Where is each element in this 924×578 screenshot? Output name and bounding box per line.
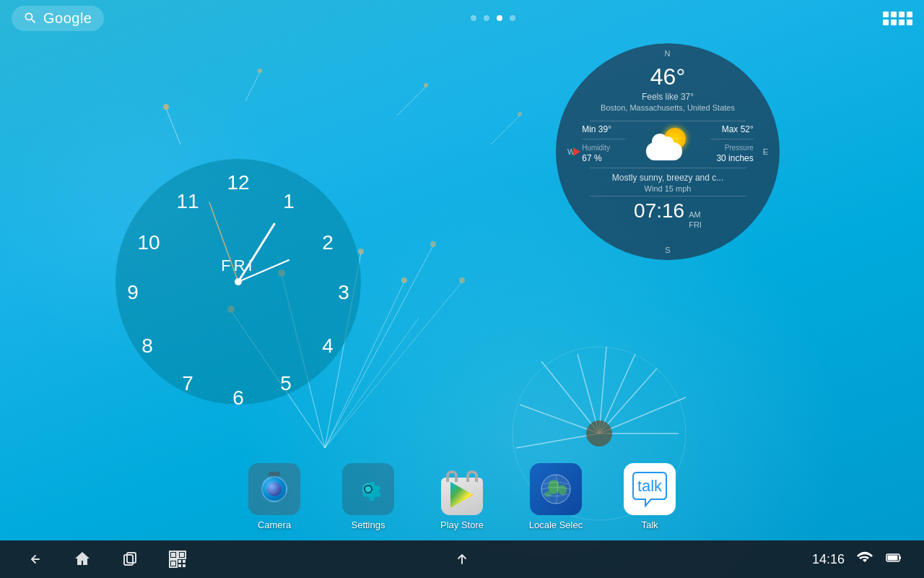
weather-ampm: AM [689,210,702,219]
svg-line-19 [491,116,520,144]
compass-north: N [665,49,671,58]
qr-icon [167,549,188,569]
recents-button[interactable] [117,546,143,572]
svg-point-50 [365,486,371,492]
talk-icon: talk [624,463,676,515]
dock-item-camera[interactable]: Camera [242,463,307,530]
max-temp: Max 52° [722,124,754,134]
svg-line-25 [599,354,635,434]
dock-item-play-store[interactable]: Play Store [430,463,494,530]
system-time: 14:16 [812,552,845,567]
battery-svg [885,549,902,566]
divider-2 [590,168,746,168]
locale-label: Locale Selec [529,519,583,530]
svg-text:6: 6 [232,387,244,405]
grid-cell [899,20,905,25]
min-temp-col: Min 39° Humidity 67 % [582,124,625,163]
svg-point-56 [544,491,552,497]
grid-cell [899,12,905,17]
svg-line-24 [599,347,606,434]
svg-point-55 [558,485,567,495]
svg-rect-68 [183,560,186,563]
humidity-val: 67 % [582,153,625,163]
compass-south: S [665,246,670,254]
svg-line-22 [541,361,599,434]
weather-day: FRI [689,220,702,229]
svg-line-29 [520,405,599,434]
talk-svg: talk [626,465,674,513]
top-bar: Google [0,0,924,36]
divider-max [710,139,754,139]
svg-text:10: 10 [137,231,160,254]
temperature-display: 46° [650,64,685,90]
home-button[interactable] [69,546,95,572]
divider-1 [590,121,746,121]
wifi-icon [856,549,873,569]
page-dot-4[interactable] [510,15,515,21]
camera-icon [248,463,300,515]
svg-rect-66 [171,561,175,566]
recents-icon [120,549,140,569]
svg-text:talk: talk [637,477,663,495]
nav-bar: 14:16 [0,540,924,578]
page-dot-2[interactable] [484,15,489,21]
back-button[interactable] [22,546,48,572]
camera-lens-inner [267,482,282,496]
svg-line-30 [516,434,599,448]
qr-scanner-button[interactable] [165,546,191,572]
svg-text:7: 7 [182,372,193,394]
svg-text:5: 5 [280,372,292,394]
grid-cell [907,20,912,25]
nav-center [449,546,475,572]
svg-rect-73 [888,556,898,561]
clock-widget: 12 1 2 3 4 5 6 7 8 9 10 11 FRI [116,159,361,405]
battery-icon [885,549,902,569]
talk-label: Talk [641,519,658,530]
svg-text:11: 11 [176,190,199,212]
svg-rect-70 [183,564,186,567]
svg-marker-51 [450,482,474,508]
apps-grid-button[interactable] [883,12,912,25]
page-dot-1[interactable] [471,15,476,21]
svg-text:4: 4 [322,335,334,357]
svg-text:8: 8 [141,335,153,357]
google-label: Google [43,10,92,27]
search-icon [23,11,38,25]
svg-point-31 [586,420,612,447]
divider-min [582,139,625,139]
back-icon [25,549,45,569]
dock-item-settings[interactable]: Settings [336,463,401,530]
svg-text:12: 12 [227,171,249,194]
bag-handle-right [466,470,478,482]
nav-left-buttons [22,546,191,572]
globe-icon [530,463,582,515]
svg-rect-67 [178,560,181,563]
gear-svg [349,470,387,508]
play-triangle [450,482,474,508]
dock-item-talk[interactable]: talk Talk [617,463,682,530]
weather-widget: N W E S 46° Feels like 37° Boston, Massa… [556,43,780,260]
svg-rect-69 [178,564,181,567]
svg-line-27 [599,397,686,434]
svg-point-10 [401,277,407,283]
up-button[interactable] [449,546,475,572]
svg-rect-72 [899,556,901,559]
wifi-svg [856,549,873,566]
svg-text:FRI: FRI [221,256,255,275]
page-dot-3[interactable] [497,15,502,21]
clock-numbers: 12 1 2 3 4 5 6 7 8 9 10 11 FRI [116,159,361,405]
svg-line-26 [599,368,657,434]
wind-direction-marker [573,147,580,156]
globe-svg [538,471,574,507]
grid-cell [883,20,889,25]
clock-face: 12 1 2 3 4 5 6 7 8 9 10 11 FRI [116,159,361,405]
svg-line-13 [166,108,180,144]
min-temp: Min 39° [582,124,625,134]
svg-rect-62 [171,553,175,557]
dock-item-locale[interactable]: Locale Selec [523,463,588,530]
camera-lens [261,476,287,502]
svg-text:9: 9 [127,281,139,303]
grid-cell [891,12,897,17]
dock: Camera Settings [0,463,924,538]
google-search-bar[interactable]: Google [12,6,104,31]
